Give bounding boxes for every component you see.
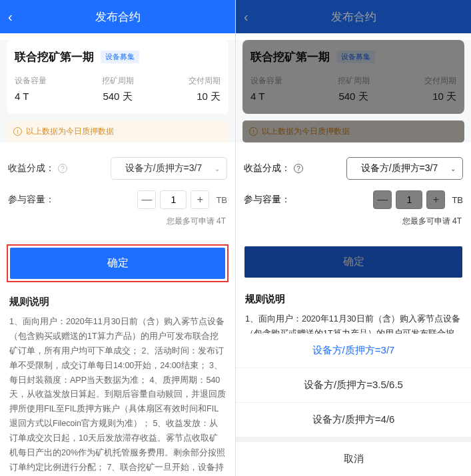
info-icon: ! [13,127,22,136]
sheet-option-1[interactable]: 设备方/质押方=3/7 [236,334,471,368]
product-title: 联合挖矿第一期 [15,49,94,65]
profit-action-sheet: 设备方/质押方=3/7 设备方/质押方=3.5/6.5 设备方/质押方=4/6 … [236,334,471,476]
notice-text: 以上数据为今日质押数据 [26,126,114,137]
sheet-option-3[interactable]: 设备方/质押方=4/6 [236,403,471,437]
profit-select: 设备方/质押方=3/7 ⌄ [346,157,463,180]
product-card: 联合挖矿第一期 设备募集 设备容量 4 T 挖矿周期 540 天 交付周期 10… [7,40,229,114]
header: ‹ 发布合约 [0,0,235,33]
rules-title: 规则说明 [9,296,226,308]
capacity-label: 参与容量： [8,194,55,206]
rules-body: 1、面向用户：2020年11月30日前（含）购入雾节点设备（包含购买或赠送的1T… [9,315,226,476]
stat-period: 挖矿周期 540 天 [83,75,152,103]
capacity-input[interactable] [160,190,187,209]
stat-capacity: 设备容量 4 T [15,75,83,103]
capacity-unit: TB [216,195,227,205]
help-icon[interactable]: ? [58,164,67,173]
notice-banner: ! 以上数据为今日质押数据 [242,120,464,142]
info-icon: ! [249,127,258,136]
header-title: 发布合约 [331,9,376,25]
profit-select[interactable]: 设备方/质押方=3/7 ⌄ [111,157,227,180]
profit-share-row: 收益分成： ? 设备方/质押方=3/7 ⌄ [0,152,235,185]
header: ‹ 发布合约 [236,0,471,33]
profit-label: 收益分成： ? [8,162,67,174]
status-tag: 设备募集 [101,51,139,63]
confirm-button[interactable]: 确定 [10,248,225,279]
confirm-button: 确定 [244,246,462,278]
capacity-stepper: — + TB [137,190,227,209]
panel-main: ‹ 发布合约 联合挖矿第一期 设备募集 设备容量 4 T 挖矿周期 540 天 … [0,0,236,476]
stepper-plus[interactable]: + [191,190,209,209]
stat-delivery: 交付周期 10 天 [152,75,221,103]
sheet-cancel[interactable]: 取消 [236,442,471,476]
panel-picker: ‹ 发布合约 联合挖矿第一期 设备募集 设备容量4 T 挖矿周期540 天 交付… [236,0,471,476]
header-title: 发布合约 [95,9,141,25]
product-card: 联合挖矿第一期 设备募集 设备容量4 T 挖矿周期540 天 交付周期10 天 [242,40,464,114]
capacity-hint: 您最多可申请 4T [0,214,235,235]
chevron-down-icon: ⌄ [450,165,456,172]
confirm-highlight: 确定 [7,244,229,282]
chevron-down-icon: ⌄ [215,165,220,172]
product-title: 联合挖矿第一期 [250,49,330,65]
notice-banner: ! 以上数据为今日质押数据 [7,120,229,142]
rules-section: 规则说明 1、面向用户：2020年11月30日前（含）购入雾节点设备（包含购买或… [0,292,235,476]
capacity-row: 参与容量： — + TB [0,185,235,214]
back-icon[interactable]: ‹ [8,9,13,25]
help-icon: ? [294,164,303,173]
status-tag: 设备募集 [336,51,375,63]
back-icon[interactable]: ‹ [244,9,248,25]
sheet-option-2[interactable]: 设备方/质押方=3.5/6.5 [236,368,471,403]
stepper-minus[interactable]: — [137,190,156,209]
